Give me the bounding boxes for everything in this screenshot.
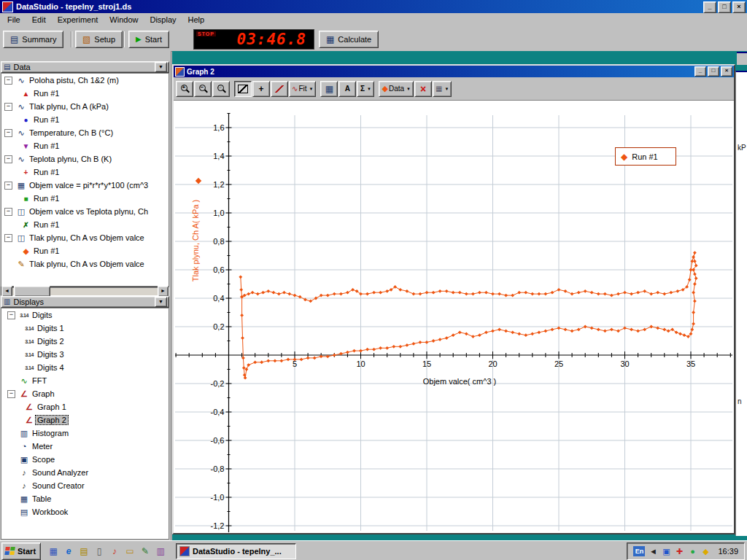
displays-dropdown-arrow[interactable]: ▼ [155,297,167,307]
quicklaunch-folder-icon[interactable]: ▭ [123,545,136,558]
maximize-button[interactable]: □ [718,1,731,13]
scroll-right-button[interactable]: ► [158,286,169,297]
menu-display[interactable]: Display [144,14,182,26]
data-dropdown-arrow[interactable]: ▼ [155,62,167,72]
data-item[interactable]: −▦Objem valce = pi*r*r*y*100 (cm^3 [1,179,169,192]
smart-tool-button[interactable]: + [252,81,270,97]
display-item-scope[interactable]: ▣Scope [1,453,169,466]
zoom-in-button[interactable]: + [176,81,193,97]
display-item-digits[interactable]: −3.14Digits [1,308,169,322]
zoom-out-button[interactable]: − [194,81,212,97]
run-item[interactable]: +Run #1 [1,166,169,179]
legend[interactable]: ◆ Run #1 [615,147,676,166]
display-item-histogram[interactable]: ▥Histogram [1,427,169,440]
statistics-dropdown-button[interactable]: Σ ▼ [357,81,374,97]
data-item[interactable]: −∿Tlak plynu, Ch A (kPa) [1,100,169,113]
setup-button[interactable]: ▧ Setup [75,31,123,48]
fit-dropdown-button[interactable]: ∿ Fit ▼ [289,81,316,97]
display-item-fft[interactable]: ∿FFT [1,374,169,387]
calculate-button[interactable]: ▦ Calculate [319,31,379,48]
display-item-meter[interactable]: ◔Meter [1,440,169,453]
collapse-box[interactable]: − [7,390,15,398]
run-item[interactable]: ◆Run #1 [1,244,169,257]
tray-display-icon[interactable]: ▣ [661,545,671,557]
tray-updater-icon[interactable]: ● [687,545,697,557]
display-item-sound-creator[interactable]: ♪Sound Creator [1,479,169,492]
svg-text:-0,6: -0,6 [211,436,225,445]
timer-value: 03:46.8 [236,31,306,48]
remove-data-button[interactable]: × [414,81,432,97]
minimize-button[interactable]: _ [703,1,716,13]
data-dropdown-button[interactable]: ◆ Data ▼ [379,81,414,97]
menu-experiment[interactable]: Experiment [52,14,104,26]
display-item-digits-3[interactable]: 3.14Digits 3 [1,348,169,361]
display-item-digits-1[interactable]: 3.14Digits 1 [1,322,169,335]
display-item-workbook[interactable]: ▤Workbook [1,505,169,518]
run-item[interactable]: ▼Run #1 [1,139,169,152]
svg-text:-1,0: -1,0 [211,493,225,502]
data-item[interactable]: −◫Objem valce vs Teplota plynu, Ch [1,205,169,218]
collapse-box[interactable]: − [4,129,12,137]
display-item-graph-1[interactable]: ∠Graph 1 [1,400,169,413]
data-item[interactable]: −◫Tlak plynu, Ch A vs Objem valce [1,231,169,244]
zoom-select-button[interactable]: □ [212,81,230,97]
collapse-box[interactable]: − [7,311,15,319]
quicklaunch-browser-icon[interactable]: e [62,545,75,558]
display-item-table[interactable]: ▦Table [1,492,169,505]
graph-title-bar[interactable]: Graph 2 _ □ × [174,66,734,77]
menu-edit[interactable]: Edit [26,14,52,26]
quicklaunch-mail-icon[interactable]: ▤ [77,545,90,558]
run-item[interactable]: ■Run #1 [1,192,169,205]
quicklaunch-desktop-icon[interactable]: ▦ [47,545,60,558]
task-button-datastudio[interactable]: DataStudio - tepelny_... [176,543,296,559]
run-item[interactable]: ▲Run #1 [1,87,169,100]
menu-file[interactable]: File [1,14,26,26]
graph-maximize-button[interactable]: □ [708,66,719,77]
collapse-box[interactable]: − [4,208,12,216]
tray-scheduler-icon[interactable]: ◆ [700,545,711,557]
data-tree-hscrollbar[interactable]: ◄ ► [1,287,169,296]
keyboard-layout-indicator[interactable]: En [633,546,645,556]
tray-antivirus-icon[interactable]: ✚ [674,545,684,557]
grid-settings-icon: ▦ [436,85,442,93]
text-annotation-button[interactable]: A [338,81,356,97]
collapse-box[interactable]: − [4,182,12,190]
start-button[interactable]: ▶ Start [128,31,169,48]
graph-settings-button[interactable]: ▦ ▼ [433,81,452,97]
graph-close-button[interactable]: × [721,66,732,77]
data-item[interactable]: −∿Teplota plynu, Ch B (K) [1,152,169,166]
quicklaunch-media-icon[interactable]: ♪ [108,545,121,558]
scroll-left-button[interactable]: ◄ [1,286,12,297]
tray-volume-icon[interactable]: ◄ [648,545,658,557]
run-item[interactable]: ✗Run #1 [1,218,169,231]
displays-section-header[interactable]: ▥ Displays ▼ [1,296,169,308]
menu-window[interactable]: Window [104,14,144,26]
display-item-graph[interactable]: −∠Graph [1,387,169,400]
collapse-box[interactable]: − [4,77,12,85]
scroll-thumb[interactable] [14,286,50,297]
collapse-box[interactable]: − [4,103,12,111]
collapse-box[interactable]: − [4,155,12,163]
graph-minimize-button[interactable]: _ [694,66,706,77]
start-menu-button[interactable]: Start [1,542,41,560]
scale-to-fit-button[interactable] [234,81,252,97]
run-item[interactable]: ●Run #1 [1,113,169,126]
display-item-sound-analyzer[interactable]: ♪Sound Analyzer [1,466,169,479]
data-item[interactable]: −∿Poloha pistu, Ch 1&2 (m) [1,74,169,87]
data-item[interactable]: −∿Temperature, Ch B (°C) [1,126,169,139]
display-item-digits-2[interactable]: 3.14Digits 2 [1,335,169,348]
graph-calculator-button[interactable]: ▦ [320,81,338,97]
quicklaunch-pen-icon[interactable]: ✎ [139,545,152,558]
data-section-header[interactable]: ▤ Data ▼ [1,61,169,73]
display-item-label: Graph [30,389,57,399]
quicklaunch-chart-icon[interactable]: ▥ [154,545,167,558]
display-item-digits-4[interactable]: 3.14Digits 4 [1,361,169,374]
data-item[interactable]: ✎Tlak plynu, Ch A vs Objem valce [1,257,169,271]
slope-tool-button[interactable] [271,81,288,97]
quicklaunch-doc-icon[interactable]: ▯ [93,545,106,558]
collapse-box[interactable]: − [4,234,12,242]
summary-button[interactable]: ▤ Summary [3,31,63,48]
menu-help[interactable]: Help [182,14,211,26]
close-button[interactable]: × [732,1,746,13]
display-item-graph-2[interactable]: ∠Graph 2 [1,413,169,427]
